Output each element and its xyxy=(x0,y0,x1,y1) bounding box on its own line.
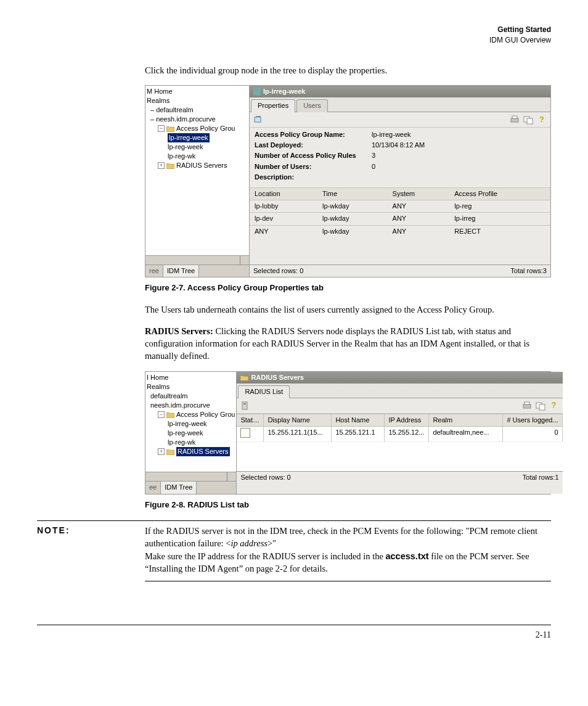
help-icon[interactable]: ? xyxy=(537,115,547,125)
server-icon[interactable] xyxy=(240,401,250,411)
export-icon[interactable] xyxy=(523,115,533,125)
tree-item-radius-servers[interactable]: + RADIUS Servers xyxy=(147,447,235,456)
note-block: NOTE: If the RADIUS server is not in the… xyxy=(37,520,551,581)
tree-root[interactable]: M Home xyxy=(147,87,248,96)
radius-servers-paragraph: RADIUS Servers: Clicking the RADIUS Serv… xyxy=(145,325,551,363)
col-profile[interactable]: Access Profile xyxy=(449,187,550,200)
table-row[interactable]: lp-devlp-wkdayANYlp-irreg xyxy=(250,213,550,225)
tab-radius-list[interactable]: RADIUS List xyxy=(238,385,290,398)
col-host-name[interactable]: Host Name xyxy=(332,414,385,426)
svg-rect-5 xyxy=(242,402,247,409)
tree-tab-left[interactable]: ee xyxy=(145,482,161,493)
tree-realms[interactable]: Realms xyxy=(147,382,235,392)
folder-icon xyxy=(240,374,248,381)
refresh-icon[interactable] xyxy=(253,115,263,125)
col-time[interactable]: Time xyxy=(317,187,388,200)
note-body: If the RADIUS server is not in the IDM t… xyxy=(145,520,551,581)
export-icon[interactable] xyxy=(536,401,545,411)
section-title: IDM GUI Overview xyxy=(37,35,551,46)
status-ok-icon xyxy=(240,428,250,438)
col-display-name[interactable]: Display Name xyxy=(264,414,332,426)
tree-tab-idm[interactable]: IDM Tree xyxy=(161,482,197,493)
svg-rect-8 xyxy=(525,402,529,404)
tab-users[interactable]: Users xyxy=(296,99,328,112)
page-footer: 2-11 xyxy=(37,625,551,641)
tree-item-radius-servers[interactable]: + RADIUS Servers xyxy=(147,161,248,170)
tree-hscroll[interactable] xyxy=(145,472,236,481)
tree-pane: M Home Realms – defaultrealm – neesh.idm… xyxy=(145,86,250,277)
page-number: 2-11 xyxy=(536,630,551,639)
tree-item-lp-reg-wk[interactable]: lp-reg-wk xyxy=(147,152,248,161)
svg-rect-7 xyxy=(523,404,531,408)
tree-item-lp-reg-week[interactable]: lp-reg-week xyxy=(147,429,235,438)
tree-pane: I Home Realms defaultrealm neesh.idm.pro… xyxy=(145,372,237,494)
tree-item-lp-irreg-week[interactable]: lp-irreg-week xyxy=(147,133,248,142)
panel-tabs: Properties Users xyxy=(250,97,550,112)
figure-2-8-caption: Figure 2-8. RADIUS List tab xyxy=(145,499,551,511)
tree-item-defaultrealm[interactable]: defaultrealm xyxy=(147,392,235,401)
status-bar: Selected rows: 0 Total rows:3 xyxy=(250,265,550,277)
table-row[interactable]: lp-lobbylp-wkdayANYlp-reg xyxy=(250,200,550,213)
col-ip-address[interactable]: IP Address xyxy=(385,414,429,426)
folder-icon xyxy=(166,125,174,132)
folder-icon xyxy=(166,411,174,418)
table-row[interactable]: ANYlp-wkdayANYREJECT xyxy=(250,225,550,237)
panel-titlebar: RADIUS Servers xyxy=(237,372,562,384)
figure-2-7-screenshot: M Home Realms – defaultrealm – neesh.idm… xyxy=(145,85,551,277)
col-location[interactable]: Location xyxy=(250,187,317,200)
svg-rect-10 xyxy=(539,404,545,410)
tree-tab-idm[interactable]: IDM Tree xyxy=(163,265,199,277)
tree-hscroll[interactable] xyxy=(145,255,249,265)
figure-2-8-screenshot: I Home Realms defaultrealm neesh.idm.pro… xyxy=(145,371,551,495)
panel-tabs: RADIUS List xyxy=(237,384,562,398)
print-icon[interactable] xyxy=(510,115,520,125)
radius-list-header: Status Display Name Host Name IP Address… xyxy=(237,414,562,427)
print-icon[interactable] xyxy=(522,401,532,411)
group-icon xyxy=(253,88,261,96)
tree-item-defaultrealm[interactable]: – defaultrealm xyxy=(147,105,248,115)
svg-rect-2 xyxy=(512,116,517,118)
svg-rect-4 xyxy=(527,118,533,124)
col-users-logged[interactable]: # Users logged... xyxy=(503,414,562,426)
tree-tab-left[interactable]: ree xyxy=(145,265,163,277)
col-realm[interactable]: Realm xyxy=(429,414,503,426)
svg-rect-1 xyxy=(511,118,518,122)
folder-icon xyxy=(166,448,174,455)
properties-panel: Access Policy Group Name:lp-irreg-week L… xyxy=(250,128,550,187)
users-tab-paragraph: The Users tab underneath contains the li… xyxy=(145,303,551,316)
svg-rect-0 xyxy=(255,117,261,122)
tree-item-neesh[interactable]: – neesh.idm.procurve xyxy=(147,115,248,124)
tree-item-lp-reg-week[interactable]: lp-reg-week xyxy=(147,142,248,152)
panel-titlebar: lp-irreg-week xyxy=(250,86,550,97)
tree-item-neesh[interactable]: neesh.idm.procurve xyxy=(147,401,235,410)
tree-item-lp-reg-wk[interactable]: lp-reg-wk xyxy=(147,438,235,447)
list-item[interactable]: 15.255.121.1(15... 15.255.121.1 15.255.1… xyxy=(237,427,562,442)
folder-icon xyxy=(166,162,174,169)
status-bar: Selected rows: 0 Total rows:1 xyxy=(237,471,562,483)
figure-2-7-caption: Figure 2-7. Access Policy Group Properti… xyxy=(145,282,551,293)
tree-root[interactable]: I Home xyxy=(147,373,235,382)
col-system[interactable]: System xyxy=(388,187,450,200)
tree-item-lp-irreg-week[interactable]: lp-irreg-week xyxy=(147,419,235,429)
col-status[interactable]: Status xyxy=(237,414,264,426)
tree-item-apg[interactable]: − Access Policy Grou xyxy=(147,410,235,419)
help-icon[interactable]: ? xyxy=(549,401,559,411)
chapter-title: Getting Started xyxy=(37,25,551,35)
svg-rect-6 xyxy=(243,403,246,404)
tree-item-apg[interactable]: − Access Policy Grou xyxy=(147,124,248,133)
intro-paragraph: Click the individual group node in the t… xyxy=(145,64,551,76)
tree-realms[interactable]: Realms xyxy=(147,96,248,105)
tab-properties[interactable]: Properties xyxy=(251,99,295,112)
note-label: NOTE: xyxy=(37,520,145,581)
running-header: Getting Started IDM GUI Overview xyxy=(37,25,551,46)
rules-table: Location Time System Access Profile lp-l… xyxy=(250,187,550,238)
